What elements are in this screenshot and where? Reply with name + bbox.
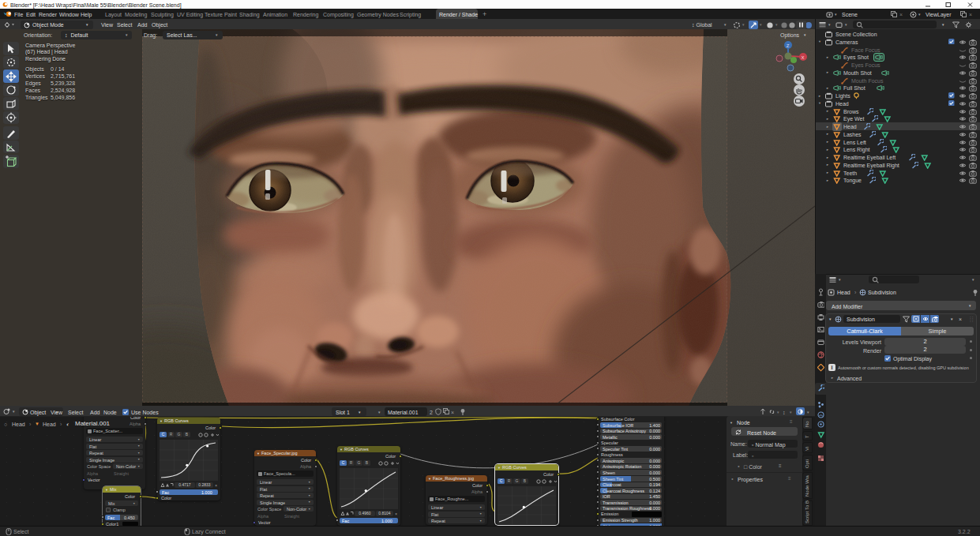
svg-text:X: X	[802, 55, 805, 60]
svg-text:Z: Z	[787, 43, 790, 48]
